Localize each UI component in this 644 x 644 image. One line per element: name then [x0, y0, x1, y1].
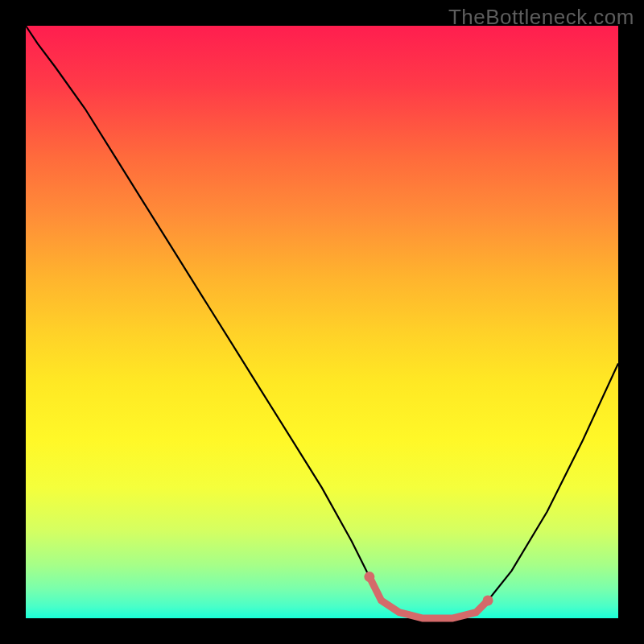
highlight-dot-right — [483, 595, 493, 605]
curve-layer — [26, 26, 618, 618]
bottleneck-curve — [26, 26, 618, 618]
highlight-band — [369, 577, 488, 619]
plot-area — [26, 26, 618, 618]
highlight-dot-left — [364, 572, 374, 582]
chart-frame: TheBottleneck.com — [0, 0, 644, 644]
watermark-text: TheBottleneck.com — [448, 5, 634, 30]
